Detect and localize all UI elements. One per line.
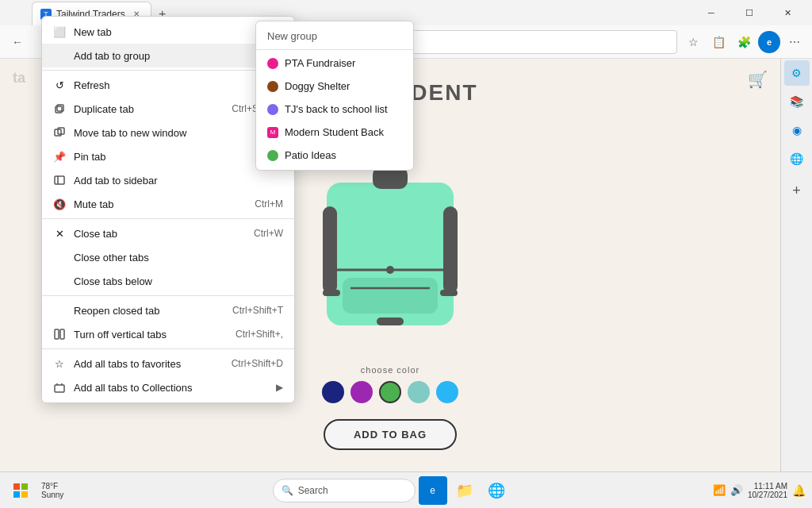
pin-icon: 📌 bbox=[53, 150, 66, 163]
menu-close-other-label: Close other tabs bbox=[74, 252, 149, 264]
submenu-tjs-school[interactable]: TJ's back to school list bbox=[256, 98, 413, 121]
color-section: choose color bbox=[322, 365, 458, 403]
menu-add-sidebar-label: Add tab to sidebar bbox=[74, 175, 158, 187]
pta-label: PTA Fundraiser bbox=[285, 57, 355, 69]
svg-rect-9 bbox=[323, 290, 340, 296]
svg-point-7 bbox=[386, 266, 394, 274]
svg-rect-17 bbox=[55, 329, 59, 339]
modern-icon: M bbox=[267, 127, 278, 138]
taskbar: 78°F Sunny 🔍 Search e 📁 🌐 📶 🔊 11:11 AM 1… bbox=[0, 471, 812, 508]
color-navy[interactable] bbox=[322, 381, 344, 403]
menu-reopen-label: Reopen closed tab bbox=[74, 305, 159, 317]
submenu-panel: New group PTA Fundraiser Doggy Shelter T… bbox=[255, 21, 414, 171]
toolbar-icons: ☆ 📋 🧩 e ⋯ bbox=[682, 31, 806, 53]
cart-icon[interactable]: 🛒 bbox=[748, 70, 768, 89]
menu-vertical-tabs[interactable]: Turn off vertical tabs Ctrl+Shift+, bbox=[42, 322, 294, 346]
patio-label: Patio Ideas bbox=[285, 149, 336, 161]
submenu-pta-fundraiser[interactable]: PTA Fundraiser bbox=[256, 52, 413, 75]
svg-rect-8 bbox=[377, 318, 404, 325]
minimize-button[interactable]: ─ bbox=[693, 0, 730, 25]
sidebar-icon bbox=[53, 174, 66, 187]
menu-close-below[interactable]: Close tabs below bbox=[42, 269, 294, 293]
taskbar-left bbox=[0, 476, 35, 505]
menu-add-tab-group-label: Add tab to group bbox=[74, 50, 150, 62]
svg-rect-15 bbox=[55, 176, 64, 184]
taskbar-edge-icon[interactable]: e bbox=[419, 476, 447, 505]
svg-rect-19 bbox=[55, 385, 64, 392]
product-image bbox=[303, 143, 477, 349]
collections-arrow: ▶ bbox=[276, 382, 283, 393]
color-blue[interactable] bbox=[436, 381, 458, 403]
sidebar-add-icon[interactable]: + bbox=[784, 178, 810, 203]
favorites-icon[interactable]: ☆ bbox=[682, 31, 704, 53]
close-button[interactable]: ✕ bbox=[769, 0, 806, 25]
taskbar-explorer-icon[interactable]: 📁 bbox=[450, 476, 479, 505]
back-button[interactable]: ← bbox=[6, 31, 29, 53]
menu-close-label: Close tab bbox=[74, 228, 117, 240]
network-icon: 📶 bbox=[713, 484, 726, 496]
close-icon: ✕ bbox=[53, 227, 66, 240]
menu-close-tab[interactable]: ✕ Close tab Ctrl+W bbox=[42, 221, 294, 245]
color-light-mint[interactable] bbox=[408, 381, 430, 403]
menu-close-shortcut: Ctrl+W bbox=[254, 228, 283, 239]
maximize-button[interactable]: ☐ bbox=[731, 0, 768, 25]
menu-reopen-closed[interactable]: Reopen closed tab Ctrl+Shift+T bbox=[42, 298, 294, 322]
notification-icon[interactable]: 🔔 bbox=[792, 484, 806, 497]
divider-3 bbox=[42, 295, 294, 296]
favorites-star-icon: ☆ bbox=[53, 357, 66, 370]
sidebar-settings-icon[interactable]: ⚙ bbox=[784, 60, 810, 86]
close-below-icon bbox=[53, 275, 66, 287]
taskbar-time: 11:11 AM bbox=[754, 482, 787, 491]
menu-add-favorites-label: Add all tabs to favorites bbox=[74, 358, 181, 370]
move-tab-icon bbox=[53, 126, 66, 139]
color-purple[interactable] bbox=[350, 381, 373, 403]
menu-collections-label: Add all tabs to Collections bbox=[74, 382, 193, 394]
tjs-color-dot bbox=[267, 104, 278, 115]
vertical-tabs-icon bbox=[53, 328, 66, 341]
taskbar-search[interactable]: 🔍 Search bbox=[273, 479, 416, 502]
submenu-modern-student[interactable]: M Modern Student Back bbox=[256, 121, 413, 144]
sidebar-web-icon[interactable]: 🌐 bbox=[784, 146, 810, 171]
menu-favorites-shortcut: Ctrl+Shift+D bbox=[232, 358, 283, 369]
edge-logo: e bbox=[758, 31, 780, 53]
taskbar-edge2-icon[interactable]: 🌐 bbox=[482, 476, 511, 505]
taskbar-date: 10/27/2021 bbox=[748, 491, 787, 499]
start-button[interactable] bbox=[6, 476, 35, 505]
doggy-label: Doggy Shelter bbox=[285, 80, 350, 92]
new-tab-icon: ⬜ bbox=[53, 25, 66, 38]
divider-4 bbox=[42, 348, 294, 349]
tjs-label: TJ's back to school list bbox=[285, 103, 388, 115]
sidebar-tools-icon[interactable]: ◉ bbox=[784, 117, 810, 143]
search-glass-icon: 🔍 bbox=[282, 485, 293, 496]
menu-close-below-label: Close tabs below bbox=[74, 275, 152, 287]
taskbar-clock: 11:11 AM 10/27/2021 bbox=[748, 482, 787, 499]
menu-add-collections[interactable]: Add all tabs to Collections ▶ bbox=[42, 375, 294, 399]
collections-icon-menu bbox=[53, 381, 66, 394]
menu-mute-label: Mute tab bbox=[74, 198, 114, 210]
sidebar-collections-icon[interactable]: 📚 bbox=[784, 89, 810, 114]
collections-icon[interactable]: 📋 bbox=[707, 31, 730, 53]
extensions-icon[interactable]: 🧩 bbox=[733, 31, 755, 53]
right-sidebar: 🔍 ♡ ⚙ 📚 ◉ 🌐 + bbox=[780, 0, 812, 508]
add-to-bag-button[interactable]: ADD TO BAG bbox=[324, 419, 457, 450]
divider-2 bbox=[42, 218, 294, 219]
menu-refresh-label: Refresh bbox=[74, 79, 110, 91]
color-mint[interactable] bbox=[379, 381, 401, 403]
add-group-icon bbox=[53, 49, 66, 62]
menu-close-other[interactable]: Close other tabs bbox=[42, 245, 294, 269]
submenu-divider bbox=[256, 49, 413, 50]
settings-menu-button[interactable]: ⋯ bbox=[783, 31, 806, 53]
svg-rect-2 bbox=[323, 206, 337, 294]
patio-color-dot bbox=[267, 150, 278, 161]
svg-rect-18 bbox=[60, 329, 64, 339]
menu-mute-tab[interactable]: 🔇 Mute tab Ctrl+M bbox=[42, 192, 294, 216]
submenu-doggy-shelter[interactable]: Doggy Shelter bbox=[256, 75, 413, 98]
svg-rect-23 bbox=[21, 483, 28, 490]
svg-rect-11 bbox=[56, 106, 62, 113]
submenu-patio-ideas[interactable]: Patio Ideas bbox=[256, 144, 413, 167]
menu-vertical-tabs-label: Turn off vertical tabs bbox=[74, 329, 167, 341]
menu-add-favorites[interactable]: ☆ Add all tabs to favorites Ctrl+Shift+D bbox=[42, 352, 294, 375]
reopen-icon bbox=[53, 304, 66, 317]
submenu-new-group[interactable]: New group bbox=[256, 25, 413, 48]
menu-add-sidebar[interactable]: Add tab to sidebar bbox=[42, 168, 294, 192]
